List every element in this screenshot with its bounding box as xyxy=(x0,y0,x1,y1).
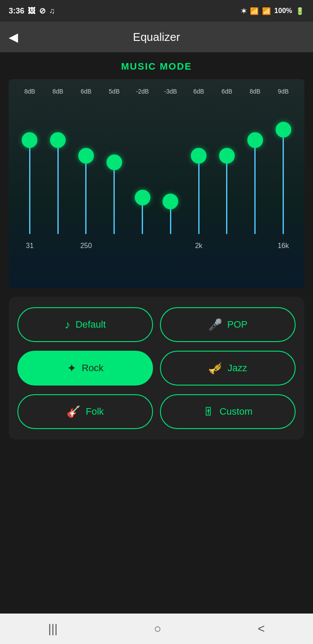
slider-knob-4[interactable] xyxy=(135,190,150,205)
preset-custom[interactable]: 🎚 Custom xyxy=(160,394,296,429)
db-label-2: 6dB xyxy=(75,88,97,95)
slider-knob-6[interactable] xyxy=(191,148,206,164)
slider-line-7 xyxy=(226,156,227,234)
db-label-3: 5dB xyxy=(103,88,125,95)
slider-track-3[interactable] xyxy=(103,99,125,234)
preset-rock[interactable]: ✦ Rock xyxy=(17,351,153,386)
slider-line-3 xyxy=(113,162,115,234)
preset-default[interactable]: ♪ Default xyxy=(17,307,153,342)
nav-back-icon[interactable]: < xyxy=(258,622,265,636)
preset-folk-label: Folk xyxy=(86,406,104,417)
freq-label-8 xyxy=(244,242,266,250)
nav-home-icon[interactable]: ○ xyxy=(154,622,161,636)
slider-line-8 xyxy=(254,140,256,234)
slider-track-0[interactable] xyxy=(19,99,40,234)
slider-knob-1[interactable] xyxy=(50,132,66,148)
guitar-pick-icon: ✦ xyxy=(67,362,77,375)
preset-default-label: Default xyxy=(76,319,106,330)
bluetooth-icon: ✶ xyxy=(241,7,246,15)
page-title: Equalizer xyxy=(133,30,180,44)
slider-knob-9[interactable] xyxy=(276,122,291,138)
slider-knob-2[interactable] xyxy=(78,148,94,164)
status-left: 3:36 🖼 ⊘ ♫ xyxy=(9,6,55,16)
preset-custom-label: Custom xyxy=(220,406,253,417)
db-label-1: 8dB xyxy=(47,88,69,95)
slider-line-0 xyxy=(29,140,30,234)
music-mode-label: MUSIC MODE xyxy=(9,61,304,72)
freq-label-7 xyxy=(216,242,238,250)
music-note-icon: ♪ xyxy=(65,318,70,332)
db-label-8: 8dB xyxy=(244,88,266,95)
db-label-7: 6dB xyxy=(216,88,238,95)
slider-track-5[interactable] xyxy=(160,99,181,234)
notification-icon: ⊘ xyxy=(39,6,46,16)
preset-folk[interactable]: 🎸 Folk xyxy=(17,394,153,429)
slider-line-9 xyxy=(283,130,284,234)
freq-label-3 xyxy=(103,242,125,250)
back-button[interactable]: ◀ xyxy=(9,30,18,44)
bottom-nav: ||| ○ < xyxy=(0,614,313,644)
preset-jazz[interactable]: 🎺 Jazz xyxy=(160,351,296,386)
db-label-9: 9dB xyxy=(273,88,294,95)
presets-row-1: ♪ Default 🎤 POP xyxy=(17,307,296,342)
photo-icon: 🖼 xyxy=(28,7,36,16)
microphone-icon: 🎤 xyxy=(208,318,222,332)
slider-line-2 xyxy=(85,156,87,234)
wifi-icon: 📶 xyxy=(250,7,259,15)
slider-track-1[interactable] xyxy=(47,99,69,234)
battery-icon: 🔋 xyxy=(296,7,304,15)
freq-label-9: 16k xyxy=(273,242,294,250)
slider-knob-7[interactable] xyxy=(219,148,235,164)
slider-track-9[interactable] xyxy=(273,99,294,234)
db-label-4: -2dB xyxy=(132,88,153,95)
preset-rock-label: Rock xyxy=(82,362,103,374)
db-label-6: 6dB xyxy=(188,88,210,95)
slider-track-8[interactable] xyxy=(244,99,266,234)
equalizer-container: 8dB 8dB 6dB 5dB -2dB -3dB 6dB 6dB 8dB 9d… xyxy=(9,79,304,288)
time-display: 3:36 xyxy=(9,7,24,16)
freq-label-2: 250 xyxy=(75,242,97,250)
slider-knob-0[interactable] xyxy=(22,132,37,148)
sliders-area xyxy=(16,99,297,238)
presets-row-3: 🎸 Folk 🎚 Custom xyxy=(17,394,296,429)
main-content: MUSIC MODE 8dB 8dB 6dB 5dB -2dB -3dB 6dB… xyxy=(0,52,313,492)
preset-jazz-label: Jazz xyxy=(227,362,247,374)
freq-label-6: 2k xyxy=(188,242,210,250)
db-labels-row: 8dB 8dB 6dB 5dB -2dB -3dB 6dB 6dB 8dB 9d… xyxy=(16,88,297,95)
slider-line-6 xyxy=(198,156,200,234)
freq-label-1 xyxy=(47,242,69,250)
slider-knob-5[interactable] xyxy=(163,194,178,209)
freq-label-5 xyxy=(160,242,181,250)
equalizer-icon: 🎚 xyxy=(203,405,214,419)
slider-line-1 xyxy=(57,140,59,234)
slider-knob-8[interactable] xyxy=(247,132,263,148)
slider-track-4[interactable] xyxy=(132,99,153,234)
acoustic-guitar-icon: 🎸 xyxy=(67,405,80,419)
music-icon: ♫ xyxy=(49,7,55,16)
status-bar: 3:36 🖼 ⊘ ♫ ✶ 📶 📶 100% 🔋 xyxy=(0,0,313,22)
presets-row-2: ✦ Rock 🎺 Jazz xyxy=(17,351,296,386)
freq-labels-row: 31 250 2k 16k xyxy=(16,242,297,250)
signal-icon: 📶 xyxy=(262,7,271,15)
header: ◀ Equalizer xyxy=(0,22,313,52)
nav-menu-icon[interactable]: ||| xyxy=(48,622,58,636)
slider-track-2[interactable] xyxy=(75,99,97,234)
slider-knob-3[interactable] xyxy=(107,154,122,170)
status-right: ✶ 📶 📶 100% 🔋 xyxy=(241,7,304,15)
db-label-5: -3dB xyxy=(160,88,181,95)
trumpet-icon: 🎺 xyxy=(208,362,222,375)
slider-track-6[interactable] xyxy=(188,99,210,234)
preset-pop-label: POP xyxy=(227,319,247,330)
slider-track-7[interactable] xyxy=(216,99,238,234)
freq-label-0: 31 xyxy=(19,242,40,250)
presets-container: ♪ Default 🎤 POP ✦ Rock 🎺 Jazz 🎸 Folk xyxy=(9,297,304,439)
db-label-0: 8dB xyxy=(19,88,40,95)
battery-display: 100% xyxy=(274,7,292,15)
freq-label-4 xyxy=(132,242,153,250)
preset-pop[interactable]: 🎤 POP xyxy=(160,307,296,342)
